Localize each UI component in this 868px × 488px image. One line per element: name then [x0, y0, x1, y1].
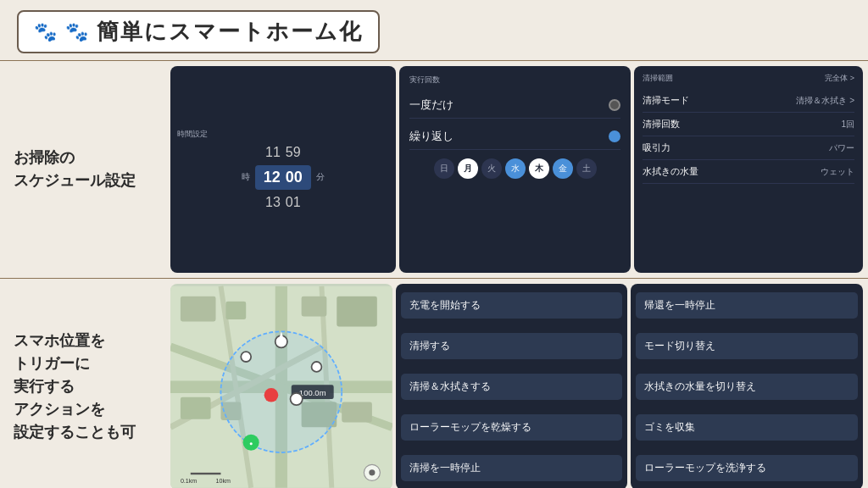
min-label: 分 — [316, 171, 325, 183]
map-svg: 100.0m ● 0.1km 10km — [170, 284, 392, 489]
min-main: 00 — [286, 169, 303, 186]
once-row: 一度だけ — [409, 92, 621, 119]
action-clean-mop[interactable]: 清掃＆水拭きする — [401, 374, 623, 400]
repeat-row: 繰り返し — [409, 124, 621, 150]
svg-text:0.1km: 0.1km — [181, 477, 197, 484]
min-below: 01 — [286, 195, 301, 210]
svg-point-20 — [241, 352, 251, 362]
time-main-row: 12 00 — [255, 165, 311, 190]
hour-above: 11 — [265, 145, 281, 160]
svg-rect-8 — [225, 301, 246, 319]
action-water-switch[interactable]: 水拭きの水量を切り替え — [636, 374, 858, 400]
day-sat[interactable]: 土 — [576, 158, 597, 179]
svg-text:10km: 10km — [216, 477, 231, 484]
main-title: 簡単にスマートホーム化 — [97, 17, 363, 47]
range-item-val3: パワー — [829, 142, 854, 154]
time-above-row: 11 59 — [265, 145, 301, 160]
title-box: 🐾 🐾 簡単にスマートホーム化 — [17, 10, 380, 53]
svg-text:●: ● — [249, 440, 253, 446]
svg-rect-9 — [302, 296, 327, 316]
once-radio[interactable] — [609, 99, 620, 111]
day-thu[interactable]: 木 — [529, 158, 549, 179]
schedule-row: 時間設定 11 59 時 12 00 分 13 01 — [165, 61, 868, 279]
hour-label: 時 — [242, 171, 250, 183]
action-mode-switch[interactable]: モード切り替え — [636, 333, 858, 359]
day-wed[interactable]: 水 — [505, 158, 526, 179]
exec-label: 実行回数 — [409, 75, 621, 86]
action-return-pause[interactable]: 帰還を一時停止 — [636, 292, 858, 319]
svg-rect-14 — [342, 402, 372, 422]
map-panel: 100.0m ● 0.1km 10km — [170, 284, 392, 489]
hour-below: 13 — [265, 195, 281, 210]
range-item-val: 清掃＆水拭き > — [796, 95, 854, 107]
day-sun[interactable]: 日 — [434, 158, 454, 179]
action-dry-mop[interactable]: ローラーモップを乾燥する — [401, 414, 623, 441]
svg-rect-11 — [181, 396, 211, 419]
range-item-name2: 清掃回数 — [643, 118, 680, 130]
day-fri[interactable]: 金 — [553, 158, 573, 179]
action-charge[interactable]: 充電を開始する — [401, 292, 623, 319]
hour-main: 12 — [264, 169, 281, 186]
range-label: 清掃範囲 — [643, 73, 673, 84]
section1-label: お掃除の スケジュール設定 — [14, 147, 136, 192]
paw-icon2: 🐾 — [65, 21, 88, 43]
svg-point-21 — [312, 362, 322, 372]
exec-panel: 実行回数 一度だけ 繰り返し 日 月 火 水 木 金 土 — [399, 66, 632, 273]
time-label: 時間設定 — [177, 129, 208, 140]
time-below-row: 13 01 — [265, 195, 301, 210]
range-item-name4: 水拭きの水量 — [643, 165, 698, 178]
main-content: お掃除の スケジュール設定 スマホ位置を トリガーに 実行する アクションを 設… — [0, 61, 868, 488]
label-bottom: スマホ位置を トリガーに 実行する アクションを 設定することも可 — [0, 278, 165, 488]
svg-point-23 — [291, 392, 303, 404]
svg-point-30 — [369, 469, 375, 475]
svg-point-22 — [264, 387, 279, 402]
svg-rect-10 — [337, 296, 377, 326]
day-tue[interactable]: 火 — [481, 158, 502, 179]
range-item-suction: 吸引力 パワー — [643, 136, 854, 160]
repeat-text: 繰り返し — [409, 129, 453, 144]
range-item-val2: 1回 — [841, 119, 854, 130]
section2-label: スマホ位置を トリガーに 実行する アクションを 設定することも可 — [14, 330, 136, 444]
range-panel: 清掃範囲 完全体 > 清掃モード 清掃＆水拭き > 清掃回数 1回 吸引力 パワ… — [634, 66, 863, 273]
range-item-count: 清掃回数 1回 — [643, 113, 854, 136]
range-item-val4: ウェット — [821, 166, 854, 178]
action-wash-mop[interactable]: ローラーモップを洗浄する — [636, 455, 858, 481]
action-panel-left: 充電を開始する 清掃する 清掃＆水拭きする ローラーモップを乾燥する 清掃を一時… — [396, 284, 628, 489]
range-item-water: 水拭きの水量 ウェット — [643, 160, 854, 184]
range-item-mode: 清掃モード 清掃＆水拭き > — [643, 89, 854, 113]
header: 🐾 🐾 簡単にスマートホーム化 — [0, 0, 868, 60]
paw-icon: 🐾 — [34, 21, 57, 43]
range-item-name: 清掃モード — [643, 94, 689, 107]
action-pause-clean[interactable]: 清掃を一時停止 — [401, 455, 623, 481]
panels-column: 時間設定 11 59 時 12 00 分 13 01 — [165, 61, 868, 488]
trigger-row: 100.0m ● 0.1km 10km — [165, 279, 868, 489]
range-label-right: 完全体 > — [825, 73, 854, 84]
action-clean[interactable]: 清掃する — [401, 333, 623, 359]
time-panel: 時間設定 11 59 時 12 00 分 13 01 — [170, 66, 396, 273]
repeat-radio[interactable] — [609, 130, 620, 142]
label-top: お掃除の スケジュール設定 — [0, 61, 165, 278]
once-text: 一度だけ — [409, 97, 453, 113]
range-header: 清掃範囲 完全体 > — [643, 73, 854, 84]
action-panel-right: 帰還を一時停止 モード切り替え 水拭きの水量を切り替え ゴミを収集 ローラーモッ… — [631, 284, 863, 489]
svg-rect-7 — [181, 296, 216, 321]
svg-text:100.0m: 100.0m — [299, 388, 326, 397]
range-item-name3: 吸引力 — [643, 141, 670, 154]
days-row: 日 月 火 水 木 金 土 — [409, 158, 621, 179]
min-above: 59 — [286, 145, 301, 160]
label-column: お掃除の スケジュール設定 スマホ位置を トリガーに 実行する アクションを 設… — [0, 61, 165, 488]
svg-rect-26 — [191, 472, 221, 474]
action-collect-dust[interactable]: ゴミを収集 — [636, 414, 858, 441]
day-mon[interactable]: 月 — [458, 158, 478, 179]
